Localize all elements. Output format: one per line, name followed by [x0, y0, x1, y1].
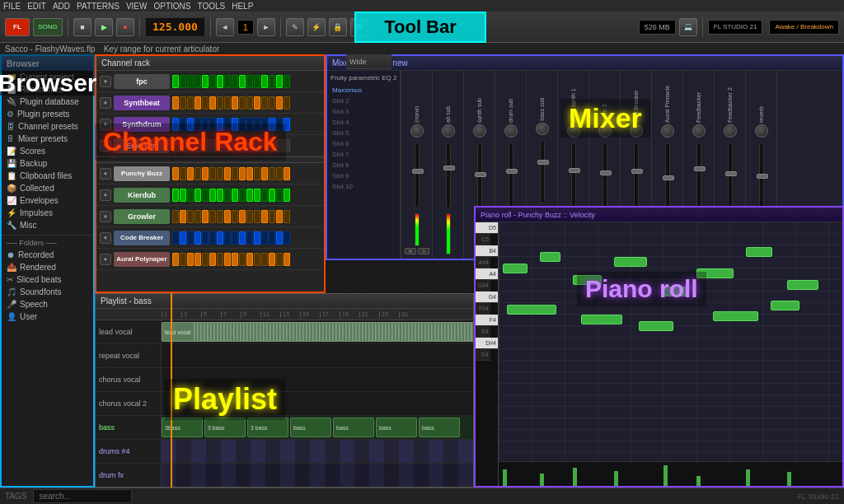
browser-item-impulses[interactable]: ⚡ Impulses [2, 207, 93, 219]
mixer-fader-handle-1[interactable] [443, 166, 455, 170]
mixer-fx-item-5[interactable]: Slot 5 [331, 128, 396, 138]
track-label-lead-vocal[interactable]: lead vocal [96, 320, 162, 343]
menu-item-patterns[interactable]: PATTERNS [77, 2, 120, 11]
key-gs4[interactable]: G#4 [476, 280, 490, 292]
mixer-fader-5[interactable] [571, 142, 576, 208]
pr-note-9[interactable] [507, 305, 556, 315]
menu-item-edit[interactable]: EDIT [27, 2, 46, 11]
clip-bass-4[interactable]: bass [290, 418, 331, 437]
search-input[interactable] [33, 489, 132, 503]
ch-mute-btn-5[interactable]: ● [100, 168, 111, 180]
ch-name-codebreaker[interactable]: Code Breaker [114, 231, 170, 245]
ch-name-synthbeat[interactable]: Synthbeat [114, 96, 170, 110]
pr-note-7[interactable] [746, 247, 772, 257]
mixer-fader-handle-6[interactable] [600, 170, 612, 175]
browser-item-recorded[interactable]: ⏺ Recorded [2, 249, 93, 261]
ch-name-fpc[interactable]: fpc [114, 74, 170, 89]
ch-name-punchybuzz[interactable]: Punchy Buzz [114, 166, 170, 181]
tool-btn-1[interactable]: ✎ [286, 18, 304, 36]
ch-mute-btn-7[interactable]: ● [100, 211, 111, 222]
ch-mute-btn[interactable]: ● [100, 76, 111, 87]
key-as4[interactable]: A#4 [476, 257, 490, 268]
mixer-fx-item-2[interactable]: Slot 2 [331, 96, 396, 106]
track-content-repeat-vocal[interactable] [162, 344, 473, 367]
mixer-pan-knob-4[interactable] [536, 123, 549, 135]
clip-bass-1[interactable]: 3bass [162, 418, 203, 437]
browser-item-mixer-presets[interactable]: 🎚 Mixer presets [2, 133, 93, 145]
ch-name-growler[interactable]: Growler [114, 209, 170, 224]
clip-bass-2[interactable]: 3 bass [204, 418, 246, 437]
ch-name-kierdub[interactable]: Kierdub [114, 188, 170, 203]
pr-note-1[interactable] [503, 264, 528, 273]
vel-2[interactable] [540, 474, 544, 486]
key-fs4[interactable]: F#4 [476, 303, 490, 315]
mixer-fader-1[interactable] [446, 142, 451, 208]
mixer-fader-9[interactable] [696, 142, 701, 208]
tool-btn-3[interactable]: 🔒 [329, 18, 347, 36]
record-btn[interactable]: ● [116, 18, 134, 36]
pr-note-10[interactable] [581, 315, 622, 324]
mixer-fader-handle-9[interactable] [694, 166, 706, 171]
browser-item-plugin-presets[interactable]: ⚙ Plugin presets [2, 108, 93, 120]
menu-item-file[interactable]: FILE [3, 2, 21, 11]
track-label-bass[interactable]: bass [96, 416, 162, 439]
vel-4[interactable] [614, 471, 618, 486]
browser-item-speech[interactable]: 🎤 Speech [2, 298, 93, 310]
fl-logo[interactable]: FL [5, 18, 30, 36]
clip-lead-vocal[interactable]: lead vocal [162, 322, 473, 342]
mixer-fader-0[interactable] [415, 142, 420, 208]
key-d4[interactable]: D4 [476, 349, 490, 361]
mixer-fader-handle-10[interactable] [725, 171, 737, 176]
tool-btn-2[interactable]: ⚡ [307, 18, 326, 36]
menu-item-options[interactable]: OPTIONS [153, 2, 190, 11]
mixer-fader-7[interactable] [634, 142, 639, 208]
browser-item-clipboard[interactable]: 📋 Clipboard files [2, 170, 93, 182]
browser-item-user[interactable]: 👤 User [2, 310, 93, 323]
vel-6[interactable] [696, 476, 701, 486]
ch-mute-btn-2[interactable]: ● [100, 97, 111, 109]
clip-bass-3[interactable]: 3 bass [247, 418, 288, 437]
menu-item-add[interactable]: ADD [53, 2, 70, 11]
browser-item-envelopes[interactable]: 📈 Envelopes [2, 194, 93, 207]
browser-item-soundfonts[interactable]: 🎵 Soundfonts [2, 286, 93, 298]
track-content-drumfx[interactable] [162, 464, 473, 487]
ch-mute-btn-8[interactable]: ● [100, 232, 111, 244]
mixer-pan-knob-2[interactable] [473, 124, 486, 138]
pattern-next[interactable]: ► [257, 18, 275, 36]
browser-item-plugin-db[interactable]: 🔌 Plugin database [2, 96, 93, 108]
song-mode-btn[interactable]: SONG [33, 18, 63, 36]
vel-3[interactable] [573, 468, 577, 486]
mixer-pan-knob-10[interactable] [724, 124, 737, 138]
mixer-fader-11[interactable] [759, 142, 764, 208]
menu-item-help[interactable]: HELP [232, 2, 253, 11]
mixer-fader-8[interactable] [665, 142, 670, 208]
mixer-fader-6[interactable] [603, 142, 607, 208]
track-content-drums[interactable] [162, 440, 473, 463]
mixer-pan-knob-11[interactable] [755, 124, 768, 138]
mixer-fader-handle-5[interactable] [569, 168, 580, 173]
menu-item-view[interactable]: VIEW [126, 2, 148, 11]
mixer-fader-handle-4[interactable] [537, 160, 549, 165]
pr-note-8[interactable] [787, 280, 818, 290]
pr-note-12[interactable] [713, 311, 758, 321]
track-label-chorus-vocal-2[interactable]: chorus vocal 2 [96, 392, 162, 415]
mixer-fx-item-7[interactable]: Slot 7 [331, 149, 396, 160]
piano-roll-grid[interactable] [499, 222, 842, 486]
track-label-repeat-vocal[interactable]: repeat vocal [96, 344, 162, 367]
mixer-fader-3[interactable] [509, 142, 513, 208]
clip-bass-6[interactable]: bass [376, 418, 417, 437]
browser-item-collected[interactable]: 📦 Collected [2, 182, 93, 194]
mixer-fx-item-10[interactable]: Slot 10 [331, 181, 396, 192]
mixer-fader-handle-8[interactable] [663, 175, 674, 180]
pattern-prev[interactable]: ◄ [216, 18, 234, 36]
key-f4[interactable]: F4 [476, 315, 498, 326]
mixer-pan-knob-9[interactable] [692, 124, 706, 138]
browser-item-channel-presets[interactable]: 🎛 Channel presets [2, 120, 93, 133]
vel-1[interactable] [503, 469, 507, 486]
track-label-drumfx[interactable]: drum fx [96, 464, 162, 487]
mixer-solo-btn-0[interactable]: S [418, 248, 429, 254]
mixer-fx-item-8[interactable]: Slot 8 [331, 160, 396, 170]
key-ds4[interactable]: D#4 [476, 338, 498, 349]
key-c5[interactable]: C5 [476, 234, 490, 245]
mixer-fader-4[interactable] [540, 140, 545, 203]
